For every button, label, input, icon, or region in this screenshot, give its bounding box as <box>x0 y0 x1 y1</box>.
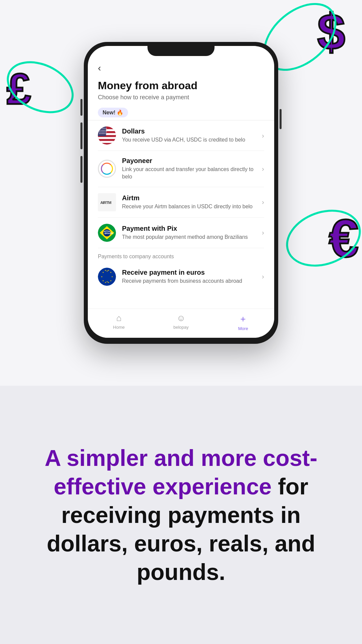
payment-item-pix[interactable]: BRASIL Payment with Pix The most popular… <box>98 218 264 248</box>
airtm-desc: Receive your Airtm balances in USDC dire… <box>122 203 256 210</box>
silent-button <box>80 99 82 116</box>
bottom-nav: ⌂ Home ☺ belopay ＋ More <box>88 309 274 338</box>
home-label: Home <box>113 325 125 330</box>
svg-rect-4 <box>98 141 116 143</box>
background-top: $ £ € ‹ Money from abroad Choose how to … <box>0 0 362 386</box>
new-badge: New! 🔥 <box>98 108 128 117</box>
phone-notch <box>147 46 215 56</box>
power-button <box>280 109 282 129</box>
svg-text:★: ★ <box>102 279 104 281</box>
svg-text:★: ★ <box>108 281 109 283</box>
euros-info: Receive payment in euros Receive payment… <box>122 269 256 285</box>
eu-flag-icon: ★ ★ ★ ★ ★ ★ ★ ★ ★ ★ ★ ★ <box>98 268 116 286</box>
svg-text:★: ★ <box>110 271 112 273</box>
pound-icon-left: £ <box>7 67 31 111</box>
back-button[interactable]: ‹ <box>98 63 264 73</box>
nav-item-home[interactable]: ⌂ Home <box>88 313 150 331</box>
company-section-label: Payments to company accounts <box>98 248 264 262</box>
svg-text:AIRTM: AIRTM <box>100 200 111 205</box>
svg-text:★: ★ <box>111 275 113 278</box>
page-subtitle: Choose how to receive a payment <box>98 94 264 101</box>
svg-text:BRASIL: BRASIL <box>105 231 114 234</box>
airtm-info: Airtm Receive your Airtm balances in USD… <box>122 194 256 210</box>
payoneer-chevron: › <box>262 165 264 173</box>
euros-desc: Receive payments from business accounts … <box>122 277 256 285</box>
app-content: ‹ Money from abroad Choose how to receiv… <box>88 56 274 309</box>
payoneer-icon <box>98 160 116 178</box>
pix-desc: The most popular payment method among Br… <box>122 233 256 241</box>
svg-text:★: ★ <box>108 269 109 271</box>
payment-item-payoneer[interactable]: Payoneer Link your account and transfer … <box>98 151 264 187</box>
belopay-icon: ☺ <box>177 313 186 323</box>
svg-text:★★★★★★: ★★★★★★ <box>99 127 107 129</box>
pix-chevron: › <box>262 229 264 236</box>
dollar-icon-top-right: $ <box>317 7 345 57</box>
euro-icon-right: € <box>329 211 359 265</box>
euros-chevron: › <box>262 273 264 280</box>
pix-info: Payment with Pix The most popular paymen… <box>122 225 256 241</box>
svg-text:★★★★★: ★★★★★ <box>99 129 106 131</box>
dollars-chevron: › <box>262 132 264 140</box>
payoneer-info: Payoneer Link your account and transfer … <box>122 157 256 181</box>
bottom-headline: A simpler and more cost-effective experi… <box>27 444 335 586</box>
more-label: More <box>238 326 248 331</box>
svg-text:★: ★ <box>110 279 112 281</box>
payment-item-airtm[interactable]: AIRTM Airtm Receive your Airtm balances … <box>98 187 264 218</box>
bottom-text-section: A simpler and more cost-effective experi… <box>0 386 362 644</box>
phone-mockup: ‹ Money from abroad Choose how to receiv… <box>84 42 278 344</box>
svg-rect-3 <box>98 137 116 139</box>
svg-text:★★★★★: ★★★★★ <box>99 133 106 135</box>
payment-item-dollars[interactable]: ★★★★★★ ★★★★★ ★★★★★★ ★★★★★ Dollars You re… <box>98 120 264 151</box>
dollars-info: Dollars You receive USD via ACH, USDC is… <box>122 127 256 144</box>
pix-name: Payment with Pix <box>122 225 256 232</box>
nav-item-belopay[interactable]: ☺ belopay <box>150 313 212 331</box>
more-icon: ＋ <box>239 313 247 325</box>
home-icon: ⌂ <box>116 313 122 323</box>
airtm-icon: AIRTM <box>98 193 116 211</box>
us-flag-icon: ★★★★★★ ★★★★★ ★★★★★★ ★★★★★ <box>98 126 116 145</box>
payoneer-desc: Link your account and transfer your bala… <box>122 166 256 181</box>
payoneer-name: Payoneer <box>122 157 256 165</box>
dollars-name: Dollars <box>122 127 256 135</box>
payoneer-inner-ring <box>101 163 113 175</box>
svg-text:★: ★ <box>102 271 104 273</box>
dollars-desc: You receive USD via ACH, USDC is credite… <box>122 136 256 144</box>
payment-item-euros[interactable]: ★ ★ ★ ★ ★ ★ ★ ★ ★ ★ ★ ★ <box>98 262 264 292</box>
belopay-label: belopay <box>173 325 189 330</box>
page-title: Money from abroad <box>98 79 264 92</box>
airtm-name: Airtm <box>122 194 256 202</box>
svg-text:★: ★ <box>101 275 103 278</box>
svg-text:★: ★ <box>105 281 106 283</box>
brazil-flag-icon: BRASIL <box>98 224 116 242</box>
nav-item-more[interactable]: ＋ More <box>212 313 274 331</box>
volume-down-button <box>80 156 82 183</box>
volume-up-button <box>80 122 82 149</box>
euros-name: Receive payment in euros <box>122 269 256 276</box>
svg-text:★: ★ <box>105 269 106 271</box>
svg-text:★★★★★★: ★★★★★★ <box>99 131 107 133</box>
airtm-chevron: › <box>262 198 264 206</box>
phone-screen: ‹ Money from abroad Choose how to receiv… <box>88 46 274 338</box>
